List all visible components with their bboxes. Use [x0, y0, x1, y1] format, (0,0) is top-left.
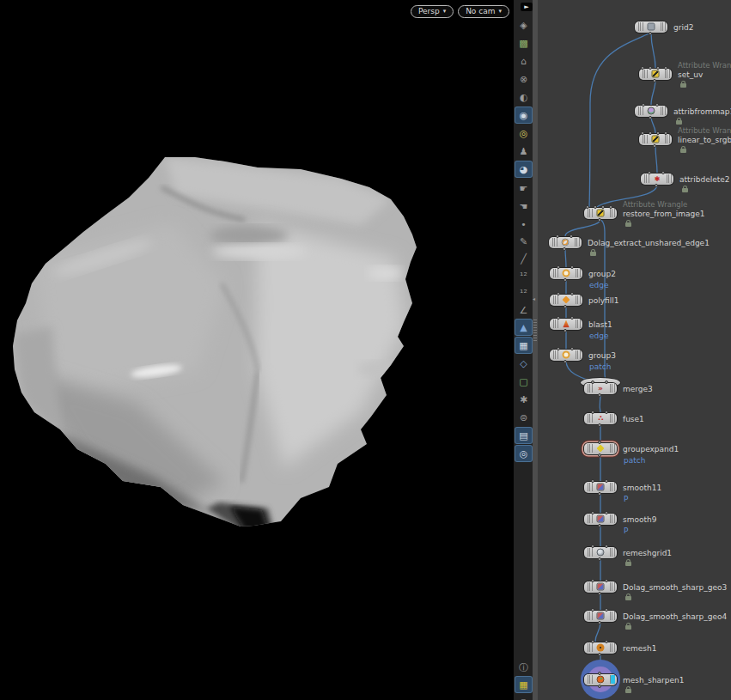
output-connector[interactable]: [598, 453, 601, 457]
divider-collapse-arrow[interactable]: ◂: [533, 295, 535, 301]
input-connector[interactable]: [605, 411, 608, 414]
node-restore_from_image1[interactable]: Attribute Wranglerestore_from_image1: [584, 208, 617, 219]
input-connector[interactable]: [598, 672, 601, 675]
snap-mode-icon[interactable]: ◎: [515, 446, 532, 461]
disable-lighting-icon[interactable]: ⊗: [515, 71, 532, 87]
viewport-3d[interactable]: Persp ▾ No cam ▾: [0, 0, 513, 700]
input-connector[interactable]: [570, 234, 573, 238]
node-fuse1[interactable]: ∴fuse1: [584, 413, 617, 424]
output-connector[interactable]: [563, 247, 566, 251]
node-grid2[interactable]: grid2: [635, 21, 667, 33]
input-connector[interactable]: [556, 234, 559, 238]
show-points-icon[interactable]: •: [515, 216, 532, 232]
node-groupexpand1[interactable]: groupexpand1patch: [584, 443, 617, 454]
default-material-icon[interactable]: ♟: [515, 143, 532, 159]
input-connector[interactable]: [557, 347, 560, 350]
output-connector[interactable]: [563, 305, 567, 308]
input-connector[interactable]: [601, 205, 605, 209]
select-arrow-icon[interactable]: ☛: [515, 180, 532, 196]
node-Dolag_smooth_sharp_geo4[interactable]: Dolag_smooth_sharp_geo4: [584, 611, 617, 622]
input-connector[interactable]: [656, 131, 660, 135]
input-connector[interactable]: [605, 640, 608, 643]
input-connector[interactable]: [664, 66, 667, 70]
node-group3[interactable]: group3patch: [550, 350, 582, 361]
output-connector[interactable]: [598, 592, 601, 595]
node-group2[interactable]: group2edge: [550, 268, 582, 279]
layout-grid-icon[interactable]: ▦: [515, 677, 532, 692]
pane-divider[interactable]: ◂: [533, 0, 538, 700]
node-merge3[interactable]: »merge3: [584, 383, 617, 394]
input-connector[interactable]: [641, 66, 644, 70]
view-pivot-angle-icon[interactable]: ∠: [515, 302, 532, 318]
input-connector[interactable]: [570, 316, 574, 320]
snapshot-icon[interactable]: ▩: [515, 35, 532, 51]
headlight-only-icon[interactable]: ◐: [515, 89, 532, 105]
input-connector[interactable]: [591, 511, 594, 514]
output-connector[interactable]: [653, 79, 656, 82]
input-connector[interactable]: [641, 131, 644, 135]
input-connector[interactable]: [591, 579, 594, 582]
output-connector[interactable]: [563, 360, 567, 363]
input-connector[interactable]: [570, 265, 574, 269]
input-connector[interactable]: [594, 205, 597, 209]
input-connector[interactable]: [649, 131, 652, 135]
lock-camera-icon[interactable]: ⌂: [515, 53, 532, 69]
display-checker-icon[interactable]: ▦: [515, 338, 532, 353]
node-polyfill1[interactable]: polyfill1: [550, 295, 582, 306]
visualizers-icon[interactable]: ◈: [515, 17, 532, 33]
high-quality-lighting-icon[interactable]: ◎: [515, 125, 532, 141]
output-connector[interactable]: [649, 116, 652, 119]
output-connector[interactable]: [598, 524, 601, 527]
radial-menu-icon[interactable]: ⊜: [515, 410, 532, 425]
input-connector[interactable]: [591, 545, 594, 548]
display-handles-icon[interactable]: ◇: [515, 356, 532, 371]
node-linear_to_srgb[interactable]: Attribute Wranglelinear_to_srgb: [639, 134, 672, 145]
node-remeshgrid1[interactable]: remeshgrid1: [584, 547, 617, 558]
output-connector[interactable]: [598, 621, 601, 624]
display-textures-icon[interactable]: ◕: [515, 161, 532, 177]
output-connector[interactable]: [563, 329, 567, 332]
input-connector[interactable]: [591, 411, 594, 414]
secure-selection-icon[interactable]: ☚: [515, 198, 532, 214]
edit-brush-icon[interactable]: ✎: [515, 234, 532, 249]
input-connector[interactable]: [642, 103, 645, 107]
input-connector[interactable]: [570, 347, 574, 350]
input-connector[interactable]: [656, 66, 660, 70]
input-connector[interactable]: [591, 640, 594, 643]
info-icon[interactable]: ⓘ: [515, 660, 532, 675]
output-connector[interactable]: [598, 653, 601, 656]
input-connector[interactable]: [591, 479, 594, 483]
probe-dropper-icon[interactable]: ╱: [515, 251, 532, 266]
node-blast1[interactable]: blast1edge: [550, 319, 582, 330]
display-cone-icon[interactable]: ▲: [515, 320, 532, 335]
perspective-view-button[interactable]: Persp ▾: [411, 5, 454, 18]
node-smooth9[interactable]: smooth9P: [584, 514, 617, 525]
input-connector[interactable]: [598, 441, 601, 444]
input-connector[interactable]: [648, 171, 651, 174]
node-remesh1[interactable]: remesh1: [584, 642, 617, 654]
node-set_uv[interactable]: Attribute Wrangleset_uv: [639, 69, 672, 80]
network-editor[interactable]: grid2Attribute Wrangleset_uvattribfromma…: [534, 0, 731, 700]
display-cage-icon[interactable]: ▢: [515, 374, 532, 389]
point-numbers-icon[interactable]: ¹²: [515, 268, 532, 283]
camera-select-button[interactable]: No cam ▾: [458, 5, 509, 18]
node-Dolag_extract_unshared_edge1[interactable]: Dolag_extract_unshared_edge1: [549, 237, 582, 248]
eye-icon[interactable]: ◉: [515, 694, 532, 700]
input-connector[interactable]: [605, 511, 608, 514]
input-connector[interactable]: [661, 171, 665, 174]
output-connector[interactable]: [598, 557, 601, 561]
node-Dolag_smooth_sharp_geo3[interactable]: Dolag_smooth_sharp_geo3: [584, 581, 617, 593]
collapse-toolbar-arrow[interactable]: ►: [521, 3, 533, 11]
output-connector[interactable]: [563, 278, 567, 282]
node-attribfrommap1[interactable]: attribfrommap1: [635, 106, 667, 117]
input-connector[interactable]: [570, 292, 574, 295]
input-connector[interactable]: [605, 380, 608, 384]
input-connector[interactable]: [586, 205, 589, 209]
input-connector[interactable]: [591, 380, 594, 384]
input-connector[interactable]: [557, 292, 560, 295]
input-connector[interactable]: [605, 608, 608, 612]
input-connector[interactable]: [591, 608, 594, 612]
input-connector[interactable]: [605, 545, 608, 548]
prim-numbers-icon[interactable]: ¹²: [515, 285, 532, 301]
output-connector[interactable]: [598, 492, 601, 496]
